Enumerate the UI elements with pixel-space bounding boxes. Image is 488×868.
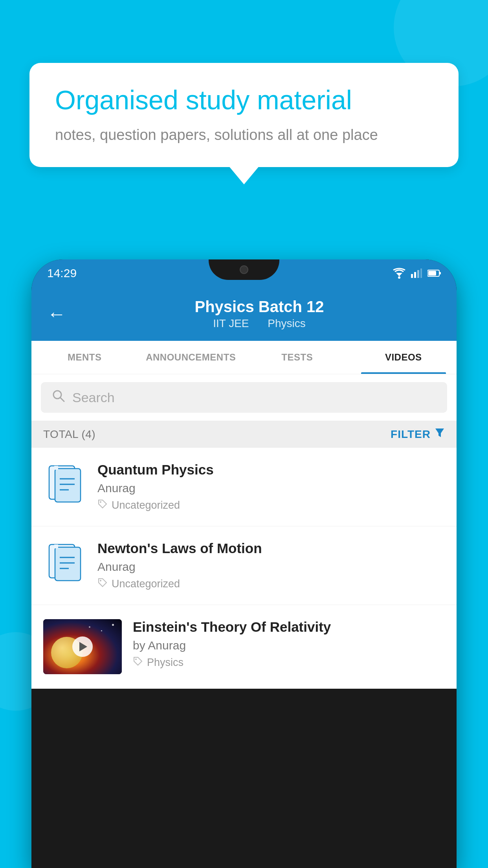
tag-icon bbox=[97, 499, 108, 512]
video-author: by Anurag bbox=[133, 639, 445, 652]
video-title: Einstein's Theory Of Relativity bbox=[133, 619, 445, 635]
front-camera bbox=[240, 265, 248, 274]
video-info-newton: Newton's Laws of Motion Anurag Uncategor… bbox=[97, 541, 445, 590]
svg-rect-2 bbox=[411, 274, 413, 278]
tag-icon bbox=[97, 577, 108, 590]
video-info-einstein: Einstein's Theory Of Relativity by Anura… bbox=[133, 619, 445, 669]
app-header: ← Physics Batch 12 IIT JEE Physics bbox=[31, 287, 457, 341]
signal-icon bbox=[411, 268, 422, 278]
file-icon bbox=[47, 542, 83, 582]
list-item[interactable]: Newton's Laws of Motion Anurag Uncategor… bbox=[31, 526, 457, 605]
svg-rect-14 bbox=[54, 466, 58, 470]
tab-tests[interactable]: TESTS bbox=[244, 341, 350, 374]
file-icon bbox=[47, 464, 83, 503]
filter-button[interactable]: FILTER bbox=[391, 428, 445, 441]
speech-bubble-subtext: notes, question papers, solutions all at… bbox=[55, 125, 433, 145]
batch-subtitle: IIT JEE Physics bbox=[209, 317, 310, 330]
battery-icon bbox=[427, 269, 441, 277]
status-time: 14:29 bbox=[47, 267, 77, 280]
svg-rect-8 bbox=[428, 271, 436, 276]
status-icons bbox=[393, 268, 441, 279]
video-author: Anurag bbox=[97, 560, 445, 574]
video-tag: Uncategorized bbox=[97, 499, 445, 512]
video-list: Quantum Physics Anurag Uncategorized bbox=[31, 448, 457, 689]
video-tag: Uncategorized bbox=[97, 577, 445, 590]
subtitle-iitjee: IIT JEE bbox=[213, 317, 249, 329]
tab-announcements[interactable]: ANNOUNCEMENTS bbox=[138, 341, 244, 374]
phone-frame: 14:29 bbox=[31, 259, 457, 868]
svg-marker-11 bbox=[435, 428, 444, 437]
back-button[interactable]: ← bbox=[47, 303, 66, 325]
wifi-icon bbox=[393, 268, 405, 279]
tab-videos[interactable]: VIDEOS bbox=[350, 341, 457, 374]
svg-rect-4 bbox=[417, 270, 419, 278]
search-placeholder-text: Search bbox=[72, 390, 115, 405]
filter-bar: TOTAL (4) FILTER bbox=[31, 421, 457, 448]
svg-rect-7 bbox=[439, 272, 441, 274]
search-bar-wrapper: Search bbox=[31, 374, 457, 421]
header-title-group: Physics Batch 12 IIT JEE Physics bbox=[78, 298, 441, 330]
svg-point-26 bbox=[135, 658, 137, 660]
svg-rect-5 bbox=[420, 268, 422, 278]
video-thumbnail-einstein bbox=[43, 619, 122, 674]
speech-bubble: Organised study material notes, question… bbox=[29, 63, 459, 167]
total-count: TOTAL (4) bbox=[43, 428, 95, 441]
video-author: Anurag bbox=[97, 482, 445, 495]
video-thumb-newton bbox=[43, 541, 86, 584]
speech-bubble-heading: Organised study material bbox=[55, 85, 433, 115]
video-title: Newton's Laws of Motion bbox=[97, 541, 445, 556]
subtitle-physics: Physics bbox=[268, 317, 305, 329]
svg-rect-3 bbox=[414, 272, 416, 278]
svg-rect-20 bbox=[55, 547, 81, 581]
svg-rect-21 bbox=[54, 544, 58, 548]
svg-marker-0 bbox=[396, 273, 402, 276]
tag-icon bbox=[133, 656, 143, 669]
search-bar[interactable]: Search bbox=[41, 382, 447, 413]
video-info-quantum: Quantum Physics Anurag Uncategorized bbox=[97, 462, 445, 512]
batch-title: Physics Batch 12 bbox=[194, 298, 324, 316]
tag-text: Physics bbox=[147, 657, 183, 669]
search-icon bbox=[52, 389, 65, 406]
video-thumb-quantum bbox=[43, 462, 86, 505]
svg-point-18 bbox=[100, 501, 101, 503]
filter-icon bbox=[435, 428, 445, 441]
svg-line-10 bbox=[60, 397, 64, 401]
tag-text: Uncategorized bbox=[112, 578, 180, 590]
svg-point-25 bbox=[100, 580, 101, 581]
play-triangle-icon bbox=[79, 642, 87, 651]
tab-ments[interactable]: MENTS bbox=[31, 341, 138, 374]
status-bar: 14:29 bbox=[31, 259, 457, 287]
svg-rect-13 bbox=[55, 469, 81, 502]
phone-notch bbox=[209, 259, 279, 280]
play-button[interactable] bbox=[72, 636, 93, 657]
svg-point-1 bbox=[398, 276, 400, 279]
tag-text: Uncategorized bbox=[112, 499, 180, 511]
list-item[interactable]: Quantum Physics Anurag Uncategorized bbox=[31, 448, 457, 526]
list-item[interactable]: Einstein's Theory Of Relativity by Anura… bbox=[31, 605, 457, 689]
video-tag: Physics bbox=[133, 656, 445, 669]
tab-bar: MENTS ANNOUNCEMENTS TESTS VIDEOS bbox=[31, 341, 457, 374]
filter-label: FILTER bbox=[391, 428, 431, 441]
video-title: Quantum Physics bbox=[97, 462, 445, 478]
